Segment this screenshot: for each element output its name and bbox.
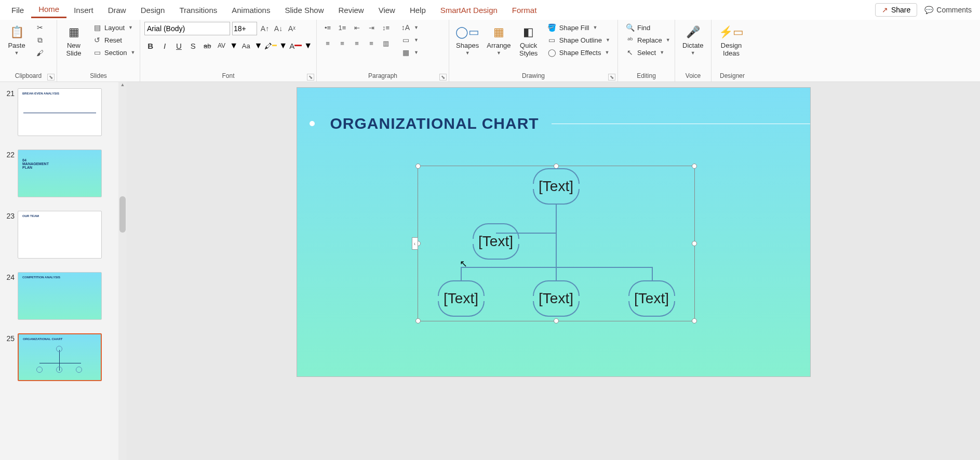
design-ideas-button[interactable]: ⚡▭Design Ideas	[716, 22, 747, 59]
slide-panel-scrollbar[interactable]: ▲	[118, 82, 127, 460]
chevron-down-icon: ▼	[15, 50, 19, 56]
strike-button[interactable]: ab	[202, 39, 213, 52]
text-direction-button[interactable]: ↕A▼	[398, 22, 422, 33]
font-family-select[interactable]	[144, 22, 230, 35]
convert-smartart-button[interactable]: ▦▼	[398, 47, 422, 58]
find-button[interactable]: 🔍Find	[622, 22, 674, 33]
slide-title[interactable]: ORGANIZATIONAL CHART	[330, 115, 539, 132]
cut-button[interactable]: ✂	[32, 22, 48, 33]
menu-design[interactable]: Design	[133, 3, 172, 18]
quick-styles-button[interactable]: ◧Quick Styles	[516, 22, 541, 59]
change-case-button[interactable]: Aa	[240, 39, 252, 52]
resize-handle[interactable]	[415, 164, 421, 169]
designer-group-label: Designer	[716, 71, 749, 82]
brush-icon: 🖌	[35, 49, 45, 57]
share-label: Share	[891, 6, 910, 14]
align-center-button[interactable]: ≡	[335, 37, 349, 49]
shape-effects-button[interactable]: ◯Shape Effects▼	[544, 47, 613, 58]
menu-insert[interactable]: Insert	[66, 3, 101, 18]
font-group-label: Font	[144, 71, 312, 82]
shape-fill-button[interactable]: 🪣Shape Fill▼	[544, 22, 613, 33]
columns-button[interactable]: ▥	[379, 37, 393, 49]
menu-home[interactable]: Home	[31, 2, 66, 18]
menu-format[interactable]: Format	[505, 3, 544, 18]
menu-slideshow[interactable]: Slide Show	[277, 3, 331, 18]
org-connector	[652, 267, 653, 280]
replace-button[interactable]: ᵃᵇReplace▼	[622, 34, 674, 46]
org-node-assistant[interactable]: [Text]	[473, 223, 519, 260]
paste-button[interactable]: 📋 Paste ▼	[4, 22, 29, 58]
section-button[interactable]: ▭Section▼	[89, 47, 138, 58]
slide-editor[interactable]: ORGANIZATIONAL CHART ‹	[127, 82, 980, 460]
menu-smartart-design[interactable]: SmartArt Design	[433, 3, 505, 18]
menu-transitions[interactable]: Transitions	[172, 3, 224, 18]
shrink-font-button[interactable]: A↓	[273, 23, 284, 34]
slide-thumb-21[interactable]: 21 BREAK-EVEN ANALYSIS	[0, 85, 127, 146]
resize-handle[interactable]	[692, 241, 697, 246]
slide-thumb-22[interactable]: 22 04 MANAGEMENT PLAN	[0, 146, 127, 208]
font-size-select[interactable]	[232, 22, 257, 35]
align-text-icon: ▭	[401, 36, 410, 44]
underline-button[interactable]: U	[173, 39, 185, 52]
menu-file[interactable]: File	[4, 3, 31, 18]
line-spacing-button[interactable]: ↕≡	[379, 22, 393, 33]
org-node-child-2[interactable]: [Text]	[533, 280, 580, 317]
align-right-button[interactable]: ≡	[350, 37, 364, 49]
align-left-button[interactable]: ≡	[321, 37, 334, 49]
share-icon: ↗	[882, 6, 888, 14]
numbering-button[interactable]: 1≡	[335, 22, 349, 33]
menu-help[interactable]: Help	[402, 3, 433, 18]
highlight-icon: 🖍	[264, 42, 272, 50]
arrange-button[interactable]: ▦Arrange▼	[485, 22, 513, 58]
bullets-button[interactable]: •≡	[321, 22, 334, 33]
layout-button[interactable]: ▤Layout▼	[89, 22, 138, 33]
menu-view[interactable]: View	[371, 3, 402, 18]
increase-indent-button[interactable]: ⇥	[365, 22, 378, 33]
slide-thumb-24[interactable]: 24 COMPETITION ANALYSIS	[0, 269, 127, 330]
slide-thumbnail-panel[interactable]: 21 BREAK-EVEN ANALYSIS 22 04 MANAGEMENT …	[0, 82, 127, 460]
format-painter-button[interactable]: 🖌	[32, 47, 48, 59]
grow-font-button[interactable]: A↑	[259, 23, 271, 34]
org-connector	[556, 267, 557, 280]
comments-button[interactable]: 💬 Comments	[920, 4, 976, 16]
font-color-button[interactable]: A	[289, 39, 302, 52]
justify-button[interactable]: ≡	[365, 37, 378, 49]
resize-handle[interactable]	[692, 164, 697, 169]
smartart-text-pane-toggle[interactable]: ‹	[412, 237, 418, 250]
menu-draw[interactable]: Draw	[101, 3, 133, 18]
menu-animations[interactable]: Animations	[224, 3, 277, 18]
copy-button[interactable]: ⧉	[32, 34, 48, 46]
menu-review[interactable]: Review	[331, 3, 371, 18]
italic-button[interactable]: I	[158, 39, 170, 52]
quick-styles-icon: ◧	[523, 24, 534, 40]
slide-thumb-25[interactable]: 25 ORGANIZATIONAL CHART	[0, 330, 127, 391]
dictate-button[interactable]: 🎤Dictate▼	[679, 22, 706, 58]
ribbon: 📋 Paste ▼ ✂ ⧉ 🖌 Clipboard ▦ New Slide ▤L…	[0, 20, 980, 82]
highlight-button[interactable]: 🖍	[264, 39, 277, 52]
resize-handle[interactable]	[415, 318, 421, 323]
org-node-child-1[interactable]: [Text]	[438, 280, 485, 317]
share-button[interactable]: ↗ Share	[875, 3, 917, 17]
org-node-root[interactable]: [Text]	[533, 168, 580, 205]
decrease-indent-button[interactable]: ⇤	[350, 22, 364, 33]
cursor-icon: ↖	[625, 48, 635, 57]
new-slide-button[interactable]: ▦ New Slide	[61, 22, 86, 59]
slide-number: 25	[3, 333, 15, 343]
slide-thumb-23[interactable]: 23 OUR TEAM	[0, 208, 127, 269]
reset-button[interactable]: ↺Reset	[89, 34, 138, 46]
shapes-button[interactable]: ◯▭Shapes▼	[453, 22, 481, 58]
select-button[interactable]: ↖Select▼	[622, 47, 674, 58]
scrollbar-thumb[interactable]	[119, 196, 126, 233]
resize-handle[interactable]	[554, 318, 559, 323]
bold-button[interactable]: B	[144, 39, 156, 52]
scissors-icon: ✂	[35, 23, 45, 32]
resize-handle[interactable]	[692, 318, 697, 323]
shape-outline-button[interactable]: ▭Shape Outline▼	[544, 34, 613, 46]
clear-format-button[interactable]: Aᵡ	[286, 23, 298, 34]
char-spacing-button[interactable]: AV	[216, 39, 227, 52]
slide-canvas[interactable]: ORGANIZATIONAL CHART ‹	[297, 87, 811, 377]
align-text-button[interactable]: ▭▼	[398, 34, 422, 46]
org-node-child-3[interactable]: [Text]	[628, 280, 675, 317]
shadow-button[interactable]: S	[187, 39, 199, 52]
smartart-selection[interactable]: ‹ [Text] [Text] [T	[418, 166, 695, 321]
